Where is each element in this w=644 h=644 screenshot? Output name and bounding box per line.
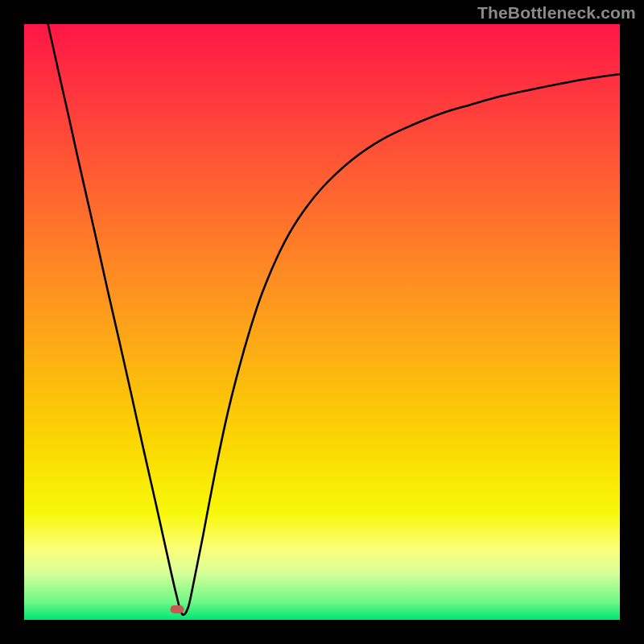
plot-area	[24, 24, 620, 620]
chart-frame: TheBottleneck.com	[0, 0, 644, 644]
optimal-marker	[171, 605, 184, 613]
bottleneck-curve	[24, 24, 620, 620]
watermark-text: TheBottleneck.com	[477, 3, 636, 23]
